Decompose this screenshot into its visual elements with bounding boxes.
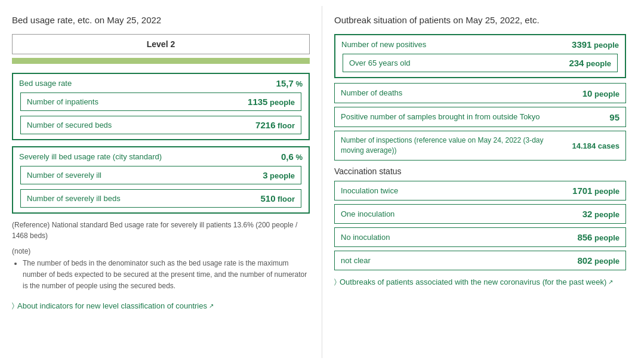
vacc-row-0: Inoculation twice 1701 people: [334, 181, 626, 200]
inspections-label: Number of inspections (reference value o…: [341, 135, 566, 156]
level-box: Level 2: [12, 34, 310, 54]
right-panel-title: Outbreak situation of patients on May 25…: [334, 15, 626, 25]
chevron-right-icon: 〉: [12, 301, 14, 310]
over65-label: Over 65 years old: [349, 58, 411, 67]
level-bar: [12, 58, 310, 64]
vacc-label-2: No inoculation: [341, 233, 390, 242]
level-link[interactable]: 〉 About indicators for new level classif…: [12, 301, 310, 310]
over65-value: 234 people: [569, 58, 611, 68]
bed-usage-label: Bed usage rate: [19, 79, 72, 88]
positives-value: 3391 people: [572, 39, 619, 50]
positives-outer-box: Number of new positives 3391 people Over…: [334, 34, 626, 78]
positives-label: Number of new positives: [341, 40, 426, 49]
vacc-value-1: 32 people: [582, 209, 619, 219]
level-link-label[interactable]: About indicators for new level classific…: [17, 301, 207, 310]
vacc-label-1: One inoculation: [341, 209, 394, 218]
vacc-row-2: No inoculation 856 people: [334, 227, 626, 247]
deaths-row: Number of deaths 10 people: [334, 83, 626, 103]
outbreak-link[interactable]: 〉 Outbreaks of patients associated with …: [334, 277, 626, 286]
secured-beds-box: Number of secured beds 7216 floor: [20, 116, 301, 134]
severely-ill-beds-row: Number of severely ill beds 510 floor: [21, 190, 301, 207]
bed-usage-row: Bed usage rate 15,7 %: [13, 74, 309, 92]
over65-row: Over 65 years old 234 people: [343, 54, 617, 72]
note-label: (note): [12, 247, 310, 255]
left-panel-title: Bed usage rate, etc. on May 25, 2022: [12, 15, 310, 25]
secured-beds-row: Number of secured beds 7216 floor: [21, 116, 301, 134]
samples-label: Positive number of samples brought in fr…: [341, 112, 603, 122]
inpatients-row: Number of inpatients 1135 people: [21, 93, 301, 110]
inpatients-value: 1135 people: [248, 97, 295, 107]
severely-ill-count-label: Number of severely ill: [27, 171, 101, 180]
severely-ill-count-box: Number of severely ill 3 people: [20, 166, 301, 184]
severely-ill-count-value: 3 people: [263, 170, 295, 180]
samples-row: Positive number of samples brought in fr…: [334, 107, 626, 127]
inpatients-label: Number of inpatients: [27, 97, 98, 106]
secured-beds-label: Number of secured beds: [27, 121, 112, 129]
severely-ill-count-row: Number of severely ill 3 people: [21, 166, 301, 184]
outbreak-link-label[interactable]: Outbreaks of patients associated with th…: [340, 277, 606, 286]
vacc-label-3: not clear: [341, 256, 371, 265]
deaths-label: Number of deaths: [341, 88, 577, 98]
vacc-row-1: One inoculation 32 people: [334, 204, 626, 224]
external-link-icon-2: ↗: [608, 279, 613, 285]
bed-usage-box: Bed usage rate 15,7 % Number of inpatien…: [12, 73, 310, 140]
severely-ill-beds-value: 510 floor: [260, 193, 295, 203]
severely-ill-value: 0,6 %: [281, 152, 303, 162]
chevron-right-icon-2: 〉: [334, 277, 337, 286]
left-panel: Bed usage rate, etc. on May 25, 2022 Lev…: [0, 6, 322, 358]
vacc-label-0: Inoculation twice: [341, 186, 398, 195]
severely-ill-row: Severely ill bed usage rate (city standa…: [13, 147, 309, 166]
secured-beds-value: 7216 floor: [255, 120, 295, 130]
vacc-value-2: 856 people: [577, 232, 619, 242]
reference-text: (Reference) National standard Bed usage …: [12, 220, 310, 241]
samples-value: 95: [609, 112, 619, 122]
right-panel: Outbreak situation of patients on May 25…: [322, 6, 638, 358]
note-list: The number of beds in the denominator su…: [12, 258, 310, 292]
inpatients-box: Number of inpatients 1135 people: [20, 92, 301, 111]
severely-ill-label: Severely ill bed usage rate (city standa…: [19, 152, 162, 161]
bed-usage-value: 15,7 %: [276, 78, 303, 88]
deaths-value: 10 people: [582, 88, 619, 98]
severely-ill-beds-label: Number of severely ill beds: [27, 194, 121, 203]
over65-box: Over 65 years old 234 people: [343, 54, 618, 72]
severely-ill-box: Severely ill bed usage rate (city standa…: [12, 146, 310, 214]
vaccination-title: Vaccination status: [334, 166, 626, 176]
inspections-value: 14.184 cases: [572, 141, 619, 150]
vacc-value-0: 1701 people: [572, 186, 619, 196]
note-list-item: The number of beds in the denominator su…: [23, 258, 310, 292]
vacc-row-3: not clear 802 people: [334, 251, 626, 270]
external-link-icon: ↗: [209, 303, 214, 309]
positives-row: Number of new positives 3391 people: [335, 35, 625, 54]
vacc-value-3: 802 people: [577, 255, 619, 266]
level-label: Level 2: [147, 39, 175, 49]
inspections-box: Number of inspections (reference value o…: [334, 131, 626, 161]
severely-ill-beds-box: Number of severely ill beds 510 floor: [20, 189, 301, 208]
